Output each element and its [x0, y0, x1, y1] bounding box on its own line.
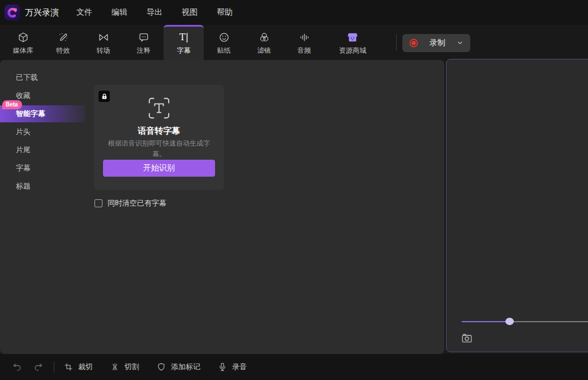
svg-text:T|: T|	[179, 32, 188, 42]
toolbar-divider	[396, 34, 397, 51]
sticker-icon	[218, 30, 230, 45]
app-logo-icon	[5, 5, 20, 20]
slider-fill	[462, 321, 509, 322]
sidebar-item-downloaded[interactable]: 已下载	[0, 69, 85, 87]
tab-effects[interactable]: 特效	[43, 25, 83, 60]
menu-export[interactable]: 导出	[146, 7, 163, 18]
undo-icon	[11, 361, 23, 373]
captions-icon: T|	[177, 30, 191, 45]
tab-label: 滤镜	[257, 46, 271, 55]
tab-stickers[interactable]: 贴纸	[204, 25, 244, 60]
clear-captions-option[interactable]: 同时清空已有字幕	[95, 198, 166, 208]
tab-audio[interactable]: 音频	[284, 25, 324, 60]
marker-icon	[156, 362, 166, 372]
camera-icon	[461, 332, 474, 344]
crop-button[interactable]: 裁切	[63, 354, 93, 380]
toolbar-divider	[54, 361, 54, 373]
zoom-slider[interactable]	[462, 318, 588, 326]
tab-transitions[interactable]: 转场	[83, 25, 123, 60]
transition-icon	[97, 30, 110, 45]
sidebar: 已下载 收藏 Beta 智能字幕 片头 片尾 字幕 标题	[0, 69, 85, 195]
sidebar-item-subtitles[interactable]: 字幕	[0, 159, 85, 177]
record-button[interactable]: 录制	[402, 34, 470, 52]
record-button-label: 录制	[419, 38, 456, 48]
add-marker-button[interactable]: 添加标记	[156, 354, 200, 380]
tab-annotation[interactable]: 注释	[123, 25, 164, 60]
tab-store[interactable]: 资源商城	[324, 25, 381, 60]
menubar: 万兴录演 文件 编辑 导出 视图 帮助	[0, 0, 588, 25]
filter-icon	[258, 30, 271, 45]
preview-panel	[446, 59, 588, 352]
timeline-toolbar: 裁切 切割 添加标记 录音	[0, 354, 588, 380]
tab-label: 媒体库	[13, 46, 33, 55]
media-library-icon	[17, 30, 29, 45]
beta-badge: Beta	[2, 100, 22, 109]
toolbar: 媒体库 特效 转场	[0, 25, 588, 60]
app-title: 万兴录演	[25, 7, 59, 18]
effects-icon	[57, 30, 70, 45]
menu-edit[interactable]: 编辑	[111, 7, 128, 18]
snapshot-button[interactable]	[461, 331, 474, 345]
speech-to-text-icon	[147, 96, 171, 122]
record-audio-button[interactable]: 录音	[217, 354, 247, 380]
redo-icon	[33, 361, 44, 373]
tab-media-library[interactable]: 媒体库	[3, 25, 43, 60]
tab-captions[interactable]: T| 字幕	[164, 25, 204, 60]
audio-icon	[298, 30, 311, 45]
checkbox-label: 同时清空已有字幕	[108, 198, 166, 208]
crop-icon	[63, 362, 74, 372]
lock-icon	[98, 91, 110, 102]
crop-label: 裁切	[78, 362, 93, 372]
toolbar-tabs: 媒体库 特效 转场	[3, 25, 381, 60]
undo-button[interactable]	[11, 361, 23, 373]
sidebar-item-label: 智能字幕	[16, 109, 45, 119]
library-panel: 已下载 收藏 Beta 智能字幕 片头 片尾 字幕 标题	[0, 60, 444, 354]
tab-label: 贴纸	[217, 46, 231, 55]
record-dot-icon	[409, 38, 419, 48]
sidebar-item-outro[interactable]: 片尾	[0, 141, 85, 159]
menu-view[interactable]: 视图	[181, 7, 198, 18]
slider-thumb[interactable]	[505, 318, 514, 325]
tab-label: 字幕	[177, 46, 191, 55]
tab-label: 注释	[137, 46, 151, 55]
menu-file[interactable]: 文件	[76, 7, 93, 18]
card-title: 语音转字幕	[94, 126, 224, 136]
menu-bar-items: 文件 编辑 导出 视图 帮助	[76, 0, 233, 25]
tab-label: 转场	[97, 46, 110, 55]
add-marker-label: 添加标记	[171, 362, 200, 372]
menu-help[interactable]: 帮助	[216, 7, 233, 18]
sidebar-item-smart-captions[interactable]: Beta 智能字幕	[0, 105, 85, 122]
redo-button[interactable]	[33, 361, 44, 373]
store-icon	[346, 30, 359, 45]
tab-label: 特效	[57, 46, 70, 55]
chevron-down-icon	[456, 39, 464, 47]
sidebar-item-label: 片头	[16, 127, 31, 137]
microphone-icon	[217, 362, 228, 372]
card-description: 根据语音识别即可快速自动生成字幕。	[102, 138, 216, 159]
sidebar-item-label: 已下载	[16, 72, 38, 83]
clear-captions-checkbox[interactable]	[95, 199, 102, 207]
tab-label: 资源商城	[339, 46, 366, 55]
sidebar-item-label: 标题	[16, 181, 31, 191]
sidebar-item-intro[interactable]: 片头	[0, 123, 85, 141]
split-button[interactable]: 切割	[110, 354, 139, 380]
sidebar-item-label: 片尾	[16, 145, 31, 155]
sidebar-item-titles[interactable]: 标题	[0, 177, 85, 195]
record-audio-label: 录音	[232, 362, 247, 372]
tab-filters[interactable]: 滤镜	[244, 25, 284, 60]
sidebar-item-label: 收藏	[16, 91, 31, 101]
sidebar-item-label: 字幕	[16, 163, 31, 173]
tab-label: 音频	[298, 46, 311, 55]
split-icon	[110, 362, 120, 372]
speech-to-text-card: 语音转字幕 根据语音识别即可快速自动生成字幕。 开始识别	[94, 85, 224, 190]
split-label: 切割	[125, 362, 139, 372]
annotation-icon	[138, 30, 150, 45]
start-recognition-button[interactable]: 开始识别	[103, 160, 215, 177]
